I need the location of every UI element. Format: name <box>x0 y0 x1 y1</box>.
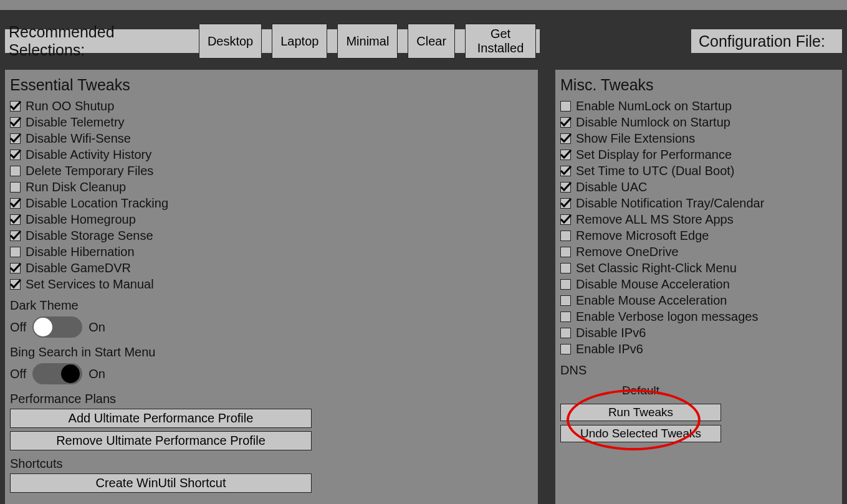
bing-off-label: Off <box>10 367 26 381</box>
essential-item-label: Disable Activity History <box>26 148 151 162</box>
misc-item-checkbox[interactable] <box>560 198 571 209</box>
essential-item-row: Disable Telemetry <box>10 114 533 130</box>
essential-item-row: Disable GameDVR <box>10 260 533 276</box>
misc-item-row: Disable UAC <box>560 179 837 195</box>
misc-item-label: Set Classic Right-Click Menu <box>576 261 737 275</box>
essential-tweaks-panel: Essential Tweaks Run OO ShutupDisable Te… <box>5 70 538 504</box>
misc-item-label: Enable IPv6 <box>576 342 643 356</box>
recommended-label: Recommended Selections: <box>9 23 186 59</box>
misc-item-checkbox[interactable] <box>560 328 571 338</box>
misc-item-checkbox[interactable] <box>560 214 571 225</box>
essential-item-row: Delete Temporary Files <box>10 163 533 179</box>
misc-item-checkbox[interactable] <box>560 150 571 160</box>
add-perf-button[interactable]: Add Ultimate Performance Profile <box>10 409 312 428</box>
preset-buttons: Desktop Laptop Minimal Clear Get Install… <box>199 24 536 59</box>
essential-item-checkbox[interactable] <box>10 166 21 176</box>
dark-theme-toggle[interactable] <box>32 316 82 338</box>
essential-item-checkbox[interactable] <box>10 214 21 225</box>
toolbar-left: Recommended Selections: Desktop Laptop M… <box>5 29 540 53</box>
essential-item-label: Run Disk Cleanup <box>26 180 126 194</box>
misc-item-row: Set Classic Right-Click Menu <box>560 260 837 276</box>
misc-item-row: Show File Extensions <box>560 130 837 146</box>
essential-item-label: Delete Temporary Files <box>26 164 153 178</box>
misc-item-checkbox[interactable] <box>560 101 571 112</box>
misc-item-label: Enable Verbose logon messages <box>576 310 758 324</box>
misc-item-label: Set Display for Performance <box>576 148 732 162</box>
essential-item-label: Disable Telemetry <box>26 115 125 130</box>
misc-item-row: Enable Verbose logon messages <box>560 308 837 325</box>
run-tweaks-button[interactable]: Run Tweaks <box>560 404 721 421</box>
essential-item-row: Disable Wifi-Sense <box>10 130 533 146</box>
create-shortcut-button[interactable]: Create WinUtil Shortcut <box>10 473 312 493</box>
misc-item-checkbox[interactable] <box>560 182 571 193</box>
misc-item-row: Disable Notification Tray/Calendar <box>560 195 837 211</box>
dns-title: DNS <box>560 363 837 378</box>
misc-item-label: Disable IPv6 <box>576 326 646 340</box>
essential-item-row: Run Disk Cleanup <box>10 179 533 195</box>
perf-plans-title: Performance Plans <box>10 392 533 406</box>
essential-item-label: Disable Homegroup <box>26 212 136 227</box>
laptop-button[interactable]: Laptop <box>272 24 327 59</box>
misc-item-label: Disable Numlock on Startup <box>576 115 730 130</box>
desktop-button[interactable]: Desktop <box>199 24 262 59</box>
misc-item-row: Set Time to UTC (Dual Boot) <box>560 163 837 179</box>
remove-perf-button[interactable]: Remove Ultimate Performance Profile <box>10 431 312 450</box>
essential-item-label: Run OO Shutup <box>26 99 114 113</box>
misc-item-row: Remove OneDrive <box>560 244 837 260</box>
misc-item-label: Enable NumLock on Startup <box>576 99 732 113</box>
essential-item-row: Disable Location Tracking <box>10 195 533 211</box>
get-installed-button[interactable]: Get Installed <box>465 24 536 59</box>
misc-item-checkbox[interactable] <box>560 344 571 354</box>
misc-item-row: Enable IPv6 <box>560 341 837 357</box>
essential-item-row: Disable Activity History <box>10 146 533 163</box>
misc-item-label: Disable Mouse Acceleration <box>576 277 730 292</box>
essential-item-label: Set Services to Manual <box>26 277 154 292</box>
essential-item-row: Set Services to Manual <box>10 276 533 292</box>
dark-theme-title: Dark Theme <box>10 298 533 313</box>
misc-item-checkbox[interactable] <box>560 311 571 322</box>
misc-item-checkbox[interactable] <box>560 117 571 128</box>
dark-theme-off-label: Off <box>10 320 26 335</box>
essential-item-label: Disable GameDVR <box>26 261 131 275</box>
misc-item-checkbox[interactable] <box>560 295 571 306</box>
misc-item-checkbox[interactable] <box>560 133 571 144</box>
misc-item-label: Disable UAC <box>576 180 647 194</box>
essential-item-label: Disable Hibernation <box>26 245 135 259</box>
essential-item-checkbox[interactable] <box>10 231 21 241</box>
config-file-label: Configuration File: <box>691 29 842 53</box>
misc-item-checkbox[interactable] <box>560 263 571 273</box>
bing-title: Bing Search in Start Menu <box>10 345 533 359</box>
bing-toggle[interactable] <box>32 363 82 384</box>
misc-item-checkbox[interactable] <box>560 279 571 290</box>
essential-item-checkbox[interactable] <box>10 117 21 128</box>
misc-item-label: Enable Mouse Acceleration <box>576 293 727 308</box>
essential-item-checkbox[interactable] <box>10 279 21 290</box>
essential-item-checkbox[interactable] <box>10 150 21 160</box>
essential-item-checkbox[interactable] <box>10 133 21 144</box>
misc-item-label: Remove Microsoft Edge <box>576 229 709 243</box>
essential-item-row: Disable Hibernation <box>10 244 533 260</box>
shortcuts-title: Shortcuts <box>10 457 533 471</box>
dns-default[interactable]: Default <box>560 381 721 400</box>
essential-item-checkbox[interactable] <box>10 101 21 112</box>
essential-item-checkbox[interactable] <box>10 198 21 209</box>
misc-item-label: Set Time to UTC (Dual Boot) <box>576 164 735 178</box>
essential-item-checkbox[interactable] <box>10 247 21 257</box>
minimal-button[interactable]: Minimal <box>337 24 398 59</box>
undo-tweaks-button[interactable]: Undo Selected Tweaks <box>560 425 721 442</box>
misc-title: Misc. Tweaks <box>560 76 837 94</box>
essential-item-label: Disable Storage Sense <box>26 229 153 243</box>
misc-item-checkbox[interactable] <box>560 166 571 176</box>
misc-item-label: Remove ALL MS Store Apps <box>576 212 734 227</box>
misc-item-row: Set Display for Performance <box>560 146 837 163</box>
misc-item-row: Enable NumLock on Startup <box>560 98 837 114</box>
essential-item-checkbox[interactable] <box>10 263 21 273</box>
clear-button[interactable]: Clear <box>408 24 455 59</box>
essential-item-row: Run OO Shutup <box>10 98 533 114</box>
misc-item-row: Remove Microsoft Edge <box>560 227 837 244</box>
misc-item-checkbox[interactable] <box>560 231 571 241</box>
misc-item-checkbox[interactable] <box>560 247 571 257</box>
misc-item-row: Disable Numlock on Startup <box>560 114 837 130</box>
misc-item-label: Show File Extensions <box>576 131 695 146</box>
essential-item-checkbox[interactable] <box>10 182 21 193</box>
